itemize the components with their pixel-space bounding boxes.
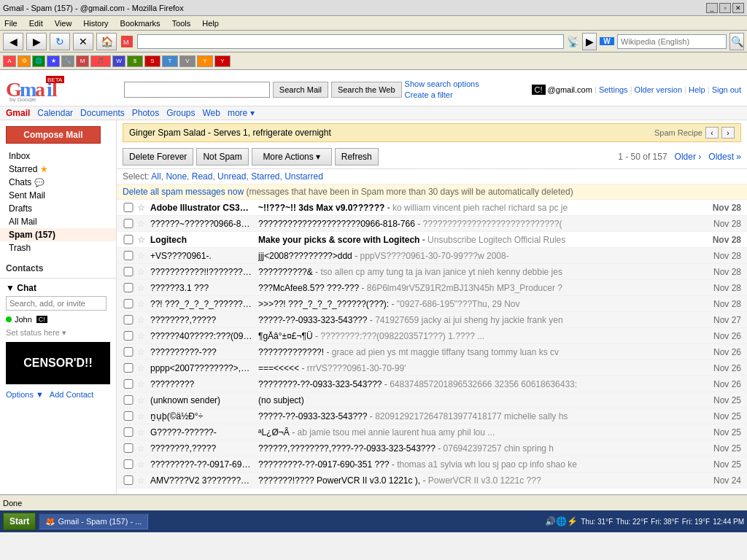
menu-bookmarks[interactable]: Bookmarks: [119, 19, 162, 28]
stop-button[interactable]: ✕: [73, 33, 93, 50]
email-checkbox[interactable]: [123, 475, 134, 485]
email-row[interactable]: ☆ ?????????-??-0917-690-351. ?????????-?…: [117, 456, 747, 472]
oldest-link[interactable]: Oldest »: [708, 152, 741, 162]
star-icon[interactable]: ☆: [137, 379, 147, 389]
star-icon[interactable]: ☆: [137, 203, 147, 213]
star-icon[interactable]: ☆: [137, 427, 147, 438]
taskbar-gmail-item[interactable]: 🦊 Gmail - Spam (157) - ...: [39, 513, 148, 529]
menu-history[interactable]: History: [82, 19, 109, 28]
sidebar-item-spam[interactable]: Spam (157): [0, 228, 116, 241]
sign-out-link[interactable]: Sign out: [712, 85, 741, 94]
nav-calendar[interactable]: Calendar: [37, 108, 73, 118]
sidebar-item-drafts[interactable]: Drafts: [0, 202, 116, 215]
email-checkbox[interactable]: [123, 363, 134, 373]
star-icon[interactable]: ☆: [137, 443, 147, 454]
email-row[interactable]: ☆ G?????-??????- ªL¿Ø¬Â - ab jamie tsou …: [117, 424, 747, 440]
restore-button[interactable]: ▫: [719, 3, 731, 13]
email-checkbox[interactable]: [123, 219, 134, 228]
star-icon[interactable]: ☆: [137, 475, 147, 486]
chat-user-john[interactable]: John C!: [0, 312, 116, 327]
help-link[interactable]: Help: [689, 85, 705, 94]
compose-mail-button[interactable]: Compose Mail: [6, 126, 101, 144]
bookmark-2[interactable]: ⚙: [18, 55, 31, 67]
select-starred[interactable]: Starred: [251, 171, 279, 182]
email-row[interactable]: ☆ ????????,????? ?????-??-0933-323-543??…: [117, 312, 747, 328]
sidebar-item-chats[interactable]: Chats 💬: [0, 176, 116, 189]
email-row[interactable]: ☆ ??????~??????0966-818-766 ????????????…: [117, 216, 747, 232]
email-checkbox[interactable]: [123, 235, 134, 244]
email-checkbox[interactable]: [123, 347, 134, 357]
email-checkbox[interactable]: [123, 315, 134, 324]
email-row[interactable]: ☆ Logitech Make your picks & score with …: [117, 232, 747, 248]
recipe-prev-button[interactable]: ‹: [705, 127, 719, 139]
options-link[interactable]: Options ▼: [6, 390, 44, 399]
email-row[interactable]: ☆ Adobe Illustrator CS3???. ~!!???~!! 3d…: [117, 200, 747, 216]
bookmark-9[interactable]: $: [127, 55, 143, 67]
menu-help[interactable]: Help: [201, 19, 220, 28]
gmail-search-input[interactable]: in:spam: [124, 82, 270, 98]
star-icon[interactable]: ☆: [137, 219, 147, 229]
bookmark-13[interactable]: Y: [197, 55, 213, 67]
create-filter-link[interactable]: Create a filter: [405, 90, 479, 100]
delete-all-link[interactable]: Delete all spam messages now: [123, 187, 244, 197]
nav-gmail[interactable]: Gmail: [6, 108, 30, 118]
star-icon[interactable]: ☆: [137, 235, 147, 245]
email-row[interactable]: ☆ ????????,????? ??????,????????,????-??…: [117, 440, 747, 456]
email-checkbox[interactable]: [123, 459, 134, 469]
bookmark-7[interactable]: 🎵: [90, 55, 111, 67]
email-row[interactable]: ☆ ??????????-??? ?????????????! - grace …: [117, 344, 747, 360]
bookmark-1[interactable]: A: [3, 55, 16, 67]
select-unread[interactable]: Unread: [217, 171, 246, 182]
nav-photos[interactable]: Photos: [132, 108, 159, 118]
email-row[interactable]: ☆ ṉụþ(©ä½Đ°÷ ?????-??-0933-323-543??? - …: [117, 408, 747, 424]
email-checkbox[interactable]: [123, 379, 134, 389]
forward-button[interactable]: ▶: [26, 33, 47, 50]
email-row[interactable]: ☆ (unknown sender) (no subject) Nov 25: [117, 392, 747, 408]
sidebar-item-trash[interactable]: Trash: [0, 241, 116, 254]
add-contact-link[interactable]: Add Contact: [50, 390, 94, 399]
star-icon[interactable]: ☆: [137, 315, 147, 325]
email-checkbox[interactable]: [123, 299, 134, 308]
menu-tools[interactable]: Tools: [171, 19, 193, 28]
set-status-area[interactable]: Set status here ▾: [0, 327, 116, 339]
email-row[interactable]: ☆ ??????40?????:???(098220. ¶gÅâ°±¤£¬¶Ü …: [117, 328, 747, 344]
menu-file[interactable]: File: [3, 19, 19, 28]
sidebar-item-starred[interactable]: Starred ★: [0, 163, 116, 176]
search-web-button[interactable]: Search the Web: [331, 82, 402, 98]
browser-search-input[interactable]: [617, 34, 727, 49]
bookmark-10[interactable]: S: [144, 55, 160, 67]
recipe-next-button[interactable]: ›: [721, 127, 735, 139]
bookmark-6[interactable]: M: [76, 55, 89, 67]
select-all[interactable]: All: [151, 171, 160, 182]
star-icon[interactable]: ☆: [137, 347, 147, 357]
star-icon[interactable]: ☆: [137, 283, 147, 293]
go-button[interactable]: ▶: [582, 33, 597, 50]
star-icon[interactable]: ☆: [137, 395, 147, 405]
bookmark-12[interactable]: V: [179, 55, 196, 67]
select-unstarred[interactable]: Unstarred: [285, 171, 323, 182]
sidebar-item-sent[interactable]: Sent Mail: [0, 189, 116, 202]
not-spam-button[interactable]: Not Spam: [196, 148, 248, 166]
email-checkbox[interactable]: [123, 331, 134, 341]
email-row[interactable]: ☆ +VS????0961-. jjj<2008?????????>ddd - …: [117, 248, 747, 264]
window-controls[interactable]: _ ▫ ✕: [706, 3, 744, 13]
more-actions-button[interactable]: More Actions ▾: [252, 148, 332, 166]
select-none[interactable]: None: [166, 171, 187, 182]
settings-link[interactable]: Settings: [599, 85, 628, 94]
bookmark-14[interactable]: Y: [214, 55, 231, 67]
reload-button[interactable]: ↻: [50, 33, 70, 50]
browser-search-button[interactable]: 🔍: [729, 33, 744, 50]
search-mail-button[interactable]: Search Mail: [273, 82, 328, 98]
show-search-options-link[interactable]: Show search options: [405, 79, 479, 89]
email-row[interactable]: ☆ pppp<2007????????>,???70. ===<<<<< - r…: [117, 360, 747, 376]
star-icon[interactable]: ☆: [137, 363, 147, 373]
select-read[interactable]: Read: [192, 171, 213, 182]
email-row[interactable]: ☆ ????????? ????????-??-0933-323-543??? …: [117, 376, 747, 392]
star-icon[interactable]: ☆: [137, 267, 147, 277]
email-checkbox[interactable]: [123, 283, 134, 292]
menu-edit[interactable]: Edit: [28, 19, 44, 28]
home-button[interactable]: 🏠: [96, 33, 117, 50]
email-checkbox[interactable]: [123, 443, 134, 453]
refresh-button[interactable]: Refresh: [335, 148, 379, 166]
bookmark-5[interactable]: 🔧: [61, 55, 74, 67]
